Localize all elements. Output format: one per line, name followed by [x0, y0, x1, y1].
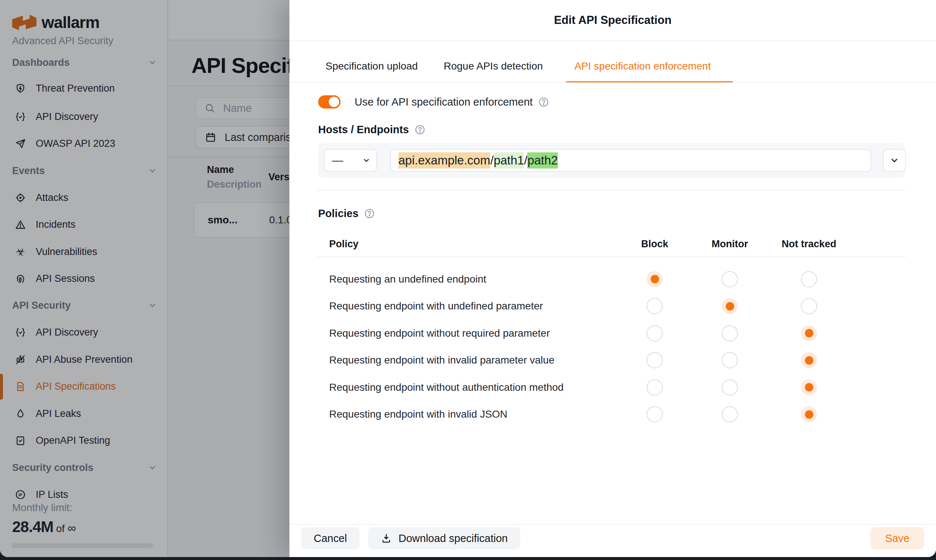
- column-header-policy: Policy: [329, 238, 617, 250]
- policy-row: Requesting endpoint without authenticati…: [329, 374, 851, 401]
- hosts-endpoints-heading: Hosts / Endpoints: [318, 123, 426, 136]
- radio-block[interactable]: [646, 325, 663, 342]
- policy-row: Requesting endpoint with invalid paramet…: [329, 347, 851, 374]
- download-icon: [381, 533, 392, 544]
- column-header-not-tracked: Not tracked: [767, 238, 851, 250]
- method-select-value: —: [332, 154, 343, 167]
- help-icon[interactable]: [538, 96, 549, 108]
- edit-api-specification-modal: Edit API Specification Specification upl…: [290, 0, 936, 557]
- tab-api-specification-enforcement[interactable]: API specification enforcement: [574, 60, 711, 72]
- method-select[interactable]: —: [324, 149, 377, 172]
- help-icon[interactable]: [414, 124, 426, 135]
- toggle-knob: [329, 97, 339, 107]
- policy-row: Requesting endpoint with invalid JSON: [329, 401, 851, 428]
- divider: [317, 257, 906, 257]
- path1-segment: path1: [494, 152, 524, 169]
- policy-row: Requesting an undefined endpoint: [329, 266, 851, 293]
- divider: [317, 190, 906, 191]
- radio-monitor[interactable]: [722, 406, 738, 422]
- host-segment: api.example.com: [398, 152, 490, 169]
- download-specification-button[interactable]: Download specification: [368, 527, 520, 549]
- column-header-block: Block: [617, 238, 692, 250]
- help-icon[interactable]: [364, 208, 375, 219]
- modal-backdrop[interactable]: [0, 0, 290, 557]
- radio-not-tracked[interactable]: [801, 352, 817, 368]
- tab-rogue-apis-detection[interactable]: Rogue APIs detection: [444, 60, 543, 72]
- radio-not-tracked[interactable]: [801, 379, 817, 395]
- radio-not-tracked[interactable]: [801, 271, 817, 288]
- modal-tabs: Specification upload Rogue APIs detectio…: [290, 42, 936, 82]
- active-tab-underline: [566, 81, 733, 82]
- cancel-button[interactable]: Cancel: [301, 527, 359, 549]
- radio-block[interactable]: [646, 379, 663, 395]
- enforcement-toggle[interactable]: [318, 95, 341, 109]
- modal-footer: Cancel Download specification Save: [290, 524, 936, 557]
- radio-not-tracked[interactable]: [801, 406, 817, 422]
- policy-row: Requesting endpoint without required par…: [329, 320, 851, 347]
- screen: wallarm Advanced API Security Dashboards…: [0, 0, 936, 560]
- app-window: wallarm Advanced API Security Dashboards…: [0, 0, 936, 557]
- toggle-label: Use for API specification enforcement: [355, 96, 533, 108]
- enforcement-toggle-row: Use for API specification enforcement: [318, 95, 549, 109]
- radio-monitor[interactable]: [722, 298, 738, 314]
- host-endpoint-input[interactable]: api.example.com/path1/path2: [390, 149, 871, 172]
- radio-monitor[interactable]: [722, 352, 738, 368]
- radio-not-tracked[interactable]: [801, 325, 817, 342]
- radio-block[interactable]: [646, 352, 663, 368]
- chevron-down-icon: [890, 155, 899, 165]
- policy-table-rows: Requesting an undefined endpoint Request…: [329, 266, 851, 428]
- policy-table-header: Policy Block Monitor Not tracked: [329, 232, 851, 257]
- radio-monitor[interactable]: [722, 271, 738, 288]
- chevron-down-icon: [362, 156, 370, 165]
- tab-specification-upload[interactable]: Specification upload: [325, 60, 418, 72]
- policy-row: Requesting endpoint with undefined param…: [329, 293, 851, 320]
- radio-block[interactable]: [646, 298, 663, 314]
- modal-header: Edit API Specification: [290, 0, 936, 41]
- host-endpoint-row: — api.example.com/path1/path2: [318, 143, 905, 178]
- column-header-monitor: Monitor: [692, 238, 767, 250]
- modal-title: Edit API Specification: [554, 14, 671, 27]
- radio-monitor[interactable]: [722, 325, 738, 342]
- save-button[interactable]: Save: [870, 527, 924, 549]
- radio-not-tracked[interactable]: [801, 298, 817, 314]
- path2-segment: path2: [527, 152, 558, 169]
- policies-heading: Policies: [318, 207, 375, 220]
- radio-block[interactable]: [646, 271, 663, 288]
- radio-block[interactable]: [646, 406, 663, 422]
- expand-host-row-button[interactable]: [883, 149, 906, 172]
- radio-monitor[interactable]: [722, 379, 738, 395]
